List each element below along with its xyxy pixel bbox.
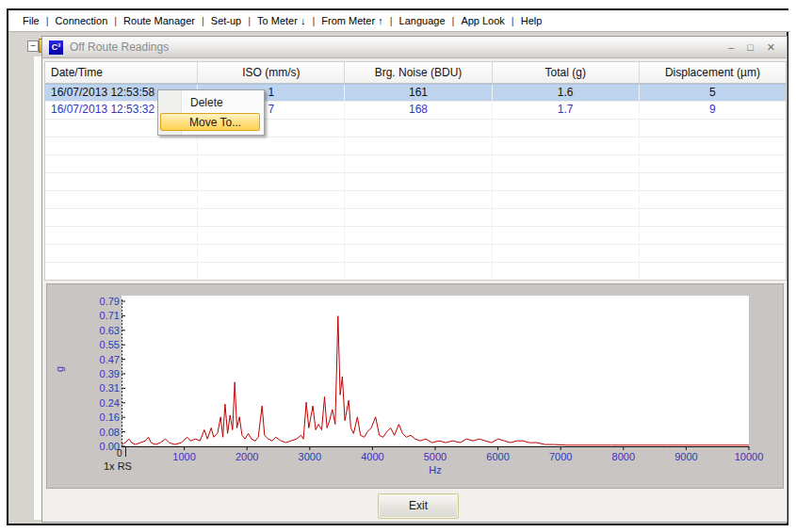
table-row-empty — [45, 227, 786, 245]
table-cell: 1.6 — [493, 85, 640, 101]
spectrum-line — [122, 316, 749, 445]
table-cell-empty — [493, 120, 640, 137]
x-tick-label: 4000 — [351, 451, 393, 462]
table-cell-empty — [198, 173, 345, 190]
table-cell-empty — [640, 245, 786, 262]
table-row-empty — [45, 173, 786, 191]
y-tick-label: 0.47 — [84, 354, 120, 365]
window-title: Off Route Readings — [70, 40, 169, 54]
app-icon: C³ — [49, 40, 63, 55]
y-tick-label: 0.24 — [84, 397, 120, 409]
x-tick-label: 3000 — [289, 451, 331, 462]
maximize-icon[interactable]: □ — [747, 40, 754, 54]
table-row[interactable]: 16/07/2013 12:53:3271681.79 — [45, 102, 786, 120]
table-cell-empty — [493, 173, 640, 190]
table-cell-empty — [345, 227, 492, 244]
table-cell-empty — [45, 137, 198, 154]
table-row-empty — [45, 137, 786, 155]
table-cell-empty — [345, 137, 492, 154]
x-tick-label: 8000 — [603, 451, 644, 462]
table-cell-empty — [493, 155, 640, 172]
table-cell-empty — [345, 245, 492, 262]
y-tick-label: 0.08 — [84, 427, 120, 438]
y-tick-label: 0.55 — [84, 339, 120, 350]
menu-item-app-look[interactable]: App Look — [454, 15, 511, 26]
minimize-icon[interactable]: – — [728, 40, 734, 54]
column-header-date-time[interactable]: Date/Time — [45, 62, 198, 83]
table-cell-empty — [640, 155, 786, 172]
table-cell-empty — [198, 209, 345, 226]
close-icon[interactable]: ✕ — [767, 40, 775, 54]
table-row-empty — [45, 120, 786, 137]
y-tick-label: 0.39 — [84, 368, 120, 379]
screenshot-root: { "menu_bar": { "items": ["File","Connec… — [0, 0, 796, 532]
table-cell-empty — [45, 227, 198, 244]
table-cell-empty — [345, 209, 492, 226]
table-cell-empty — [640, 191, 786, 208]
y-tick-label: 0.00 — [84, 441, 120, 452]
x-tick-label: 7000 — [540, 451, 581, 462]
table-cell-empty — [45, 245, 198, 262]
table-cell-empty — [493, 209, 640, 226]
context-menu-item-move-to[interactable]: Move To... — [160, 113, 260, 131]
spectrum-plot — [122, 296, 749, 447]
menu-item-connection[interactable]: Connection — [49, 15, 115, 26]
x-axis-title: Hz — [416, 464, 454, 476]
column-header-displacement-m[interactable]: Displacement (µm) — [640, 62, 786, 83]
table-cell: 1.7 — [493, 102, 640, 119]
cursor-marker[interactable] — [125, 447, 126, 457]
table-cell-empty — [640, 227, 786, 244]
column-header-brg-noise-bdu[interactable]: Brg. Noise (BDU) — [345, 62, 492, 83]
off-route-readings-window: C³ Off Route Readings – □ ✕ Date/TimeISO… — [41, 36, 788, 523]
table-cell-empty — [198, 245, 345, 262]
table-cell-empty — [198, 155, 345, 172]
table-cell-empty — [45, 191, 198, 208]
menu-bar: File|Connection|Route Manager|Set-up|To … — [8, 10, 790, 32]
table-cell-empty — [345, 120, 492, 137]
y-tick-label: 0.71 — [84, 310, 120, 321]
column-header-iso-mm-s[interactable]: ISO (mm/s) — [198, 62, 345, 83]
menu-item-to-meter[interactable]: To Meter ↓ — [251, 15, 312, 26]
tree-panel-edge — [34, 56, 41, 520]
table-cell-empty — [198, 191, 345, 208]
table-cell-empty — [493, 191, 640, 208]
menu-item-set-up[interactable]: Set-up — [204, 15, 248, 26]
x-tick-label: 1000 — [164, 451, 205, 462]
table-cell-empty — [640, 137, 786, 154]
table-cell-empty — [640, 173, 786, 190]
y-tick-label: 0.31 — [84, 382, 120, 394]
context-menu: DeleteMove To... — [157, 89, 265, 136]
table-row-empty — [45, 209, 786, 227]
menu-item-help[interactable]: Help — [514, 15, 549, 26]
x-tick-label: 5000 — [414, 451, 456, 462]
column-header-total-g[interactable]: Total (g) — [493, 62, 640, 83]
menu-item-file[interactable]: File — [16, 15, 46, 26]
table-row[interactable]: 16/07/2013 12:53:5811611.65 — [45, 84, 786, 102]
table-cell-empty — [45, 155, 198, 172]
tree-expander-icon[interactable]: – — [27, 40, 39, 52]
context-menu-item-label: Delete — [190, 96, 223, 109]
table-cell-empty — [198, 137, 345, 154]
table-cell-empty — [640, 120, 786, 137]
table-cell-empty — [493, 137, 640, 154]
exit-button[interactable]: Exit — [378, 493, 459, 519]
x-tick-label: 6000 — [478, 451, 519, 462]
context-menu-item-delete[interactable]: Delete — [159, 93, 261, 112]
table-cell-empty — [198, 263, 345, 280]
menu-item-route-manager[interactable]: Route Manager — [117, 15, 202, 26]
window-controls: – □ ✕ — [728, 40, 775, 54]
table-row-empty — [45, 191, 786, 209]
context-menu-item-label: Move To... — [189, 116, 241, 129]
menu-item-language[interactable]: Language — [393, 15, 452, 26]
x-tick-label: 10000 — [728, 451, 770, 462]
y-tick-label: 0.63 — [84, 325, 120, 336]
table-cell: 9 — [640, 102, 786, 119]
window-titlebar[interactable]: C³ Off Route Readings – □ ✕ — [42, 37, 787, 58]
table-body: 16/07/2013 12:53:5811611.6516/07/2013 12… — [45, 84, 786, 281]
table-cell-empty — [493, 263, 640, 280]
table-row-empty — [45, 245, 786, 263]
table-cell-empty — [198, 227, 345, 244]
menu-item-from-meter[interactable]: From Meter ↑ — [315, 15, 389, 26]
table-cell-empty — [493, 227, 640, 244]
table-cell-empty — [345, 191, 492, 208]
